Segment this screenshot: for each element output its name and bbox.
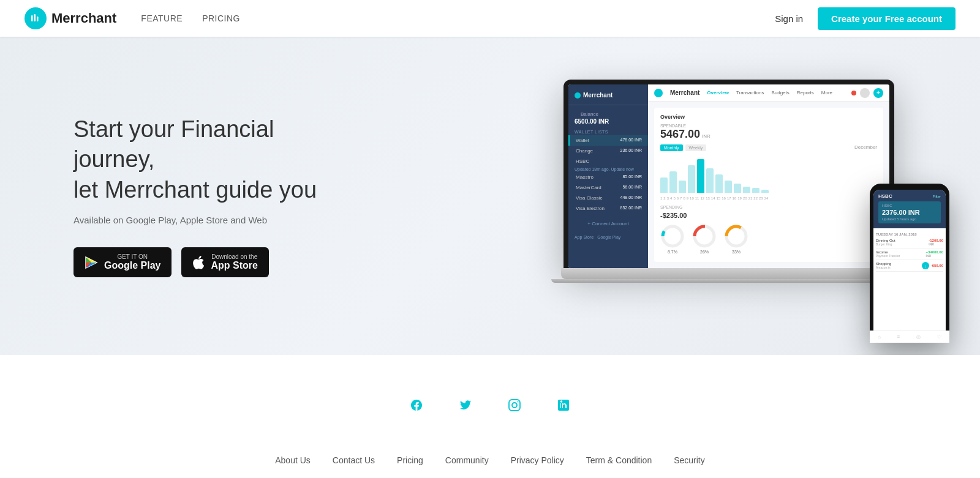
footer-about[interactable]: About Us bbox=[275, 455, 311, 465]
sidebar-visa-electron[interactable]: Visa Electron 852.00 INR bbox=[568, 203, 648, 214]
nav-pricing[interactable]: PRICING bbox=[202, 13, 240, 23]
navbar-links: FEATURE PRICING bbox=[141, 13, 240, 23]
sidebar-mastercard[interactable]: MasterCard 56.00 INR bbox=[568, 182, 648, 193]
bar-11 bbox=[752, 188, 760, 193]
spending-label: SPENDING bbox=[660, 205, 877, 209]
bar-12 bbox=[761, 190, 769, 193]
sidebar-visa-classic[interactable]: Visa Classic 448.00 INR bbox=[568, 193, 648, 203]
phone-header: HSBC Filter HSBC 2376.00 INR Updated 5 h… bbox=[873, 190, 946, 228]
laptop-base-bottom bbox=[551, 279, 907, 283]
linkedin-icon[interactable] bbox=[550, 392, 577, 419]
footer-pricing[interactable]: Pricing bbox=[397, 455, 423, 465]
phone-tx-3: Shopping Amazon.in ↓ -650.00 bbox=[876, 260, 943, 272]
phone-filter[interactable]: Filter bbox=[933, 195, 941, 198]
bar-9 bbox=[734, 184, 741, 193]
phone-day: TUESDAY 16 JAN, 2018 bbox=[876, 231, 943, 237]
footer-security[interactable]: Security bbox=[674, 455, 705, 465]
app-store-text: Download on the App Store bbox=[211, 253, 257, 271]
footer-privacy[interactable]: Privacy Policy bbox=[511, 455, 564, 465]
phone-balance-label: HSBC bbox=[882, 204, 937, 207]
google-play-icon bbox=[85, 256, 98, 269]
app-nav-transactions[interactable]: Transactions bbox=[736, 90, 764, 95]
overview-panel: Overview SPENDABLE 5467.00 INR Monthly W… bbox=[654, 108, 883, 262]
instagram-icon[interactable] bbox=[501, 392, 528, 419]
weekly-tab[interactable]: Weekly bbox=[685, 144, 707, 151]
hero-subtitle: Available on Google Play, Apple Store an… bbox=[74, 215, 331, 225]
store-buttons: GET IT ON Google Play Download on the Ap… bbox=[74, 247, 331, 277]
tx-1-info: Dinning Out Burger King bbox=[876, 239, 895, 246]
footer-contact[interactable]: Contact Us bbox=[333, 455, 375, 465]
phone-balance-card: HSBC 2376.00 INR Updated 5 hours ago bbox=[878, 201, 941, 223]
create-account-button[interactable]: Create your Free account bbox=[818, 7, 956, 30]
laptop-screen: Merrchant Balance 6500.00 INR WALLET LIS… bbox=[568, 84, 889, 268]
app-brand-text: Merrchant bbox=[670, 89, 699, 96]
phone-tx-1: Dinning Out Burger King -1200.00INR bbox=[876, 237, 943, 248]
donut-1: 8.7% bbox=[660, 224, 685, 254]
social-section bbox=[0, 355, 980, 443]
spendable-label: SPENDABLE bbox=[660, 124, 877, 128]
spending-amount: -$235.00 bbox=[660, 212, 877, 219]
donut-charts: 8.7% 26% bbox=[660, 224, 877, 254]
app-nav-budgets[interactable]: Budgets bbox=[771, 90, 789, 95]
phone-balance: 2376.00 INR bbox=[882, 209, 937, 216]
app-nav-more[interactable]: More bbox=[821, 90, 832, 95]
bar-chart bbox=[660, 156, 877, 193]
overview-title: Overview bbox=[660, 114, 877, 120]
facebook-icon[interactable] bbox=[403, 392, 430, 419]
phone-tx-2: Income Payment Transfer +34000.00INR bbox=[876, 248, 943, 260]
sidebar-logo: Merrchant bbox=[575, 92, 612, 99]
footer-community[interactable]: Community bbox=[445, 455, 489, 465]
connect-account[interactable]: + Connect Account bbox=[568, 218, 648, 229]
svg-rect-0 bbox=[31, 15, 33, 21]
spendable-amount: 5467.00 INR bbox=[660, 128, 877, 141]
sidebar-balance-label: Balance bbox=[575, 110, 642, 118]
tx-3-info: Shopping Amazon.in bbox=[876, 262, 891, 269]
balance-label: Balance 6500.00 INR bbox=[568, 108, 648, 126]
app-nav-overview[interactable]: Overview bbox=[707, 90, 729, 95]
sidebar-hsbc[interactable]: HSBC bbox=[568, 156, 648, 166]
month-label: December bbox=[854, 144, 877, 151]
sidebar-header: Merrchant bbox=[568, 89, 648, 105]
bar-1 bbox=[660, 177, 668, 193]
laptop-base bbox=[561, 268, 897, 279]
bar-8 bbox=[725, 181, 732, 193]
social-icons-row bbox=[403, 392, 577, 419]
donut-2: 26% bbox=[692, 224, 717, 254]
google-play-button[interactable]: GET IT ON Google Play bbox=[74, 247, 172, 277]
add-button[interactable]: + bbox=[873, 88, 883, 98]
date-labels: 123456 789101112 131415161718 1920212223… bbox=[660, 196, 877, 200]
sidebar-balance-amount: 6500.00 INR bbox=[575, 118, 642, 125]
app-store-button[interactable]: Download on the App Store bbox=[181, 247, 268, 277]
phone-bottom-nav: ⌂ ≡ ◎ ♡ bbox=[873, 330, 946, 337]
laptop-screen-outer: Merrchant Balance 6500.00 INR WALLET LIS… bbox=[564, 80, 894, 268]
overview-tabs: Monthly Weekly December bbox=[660, 144, 877, 151]
logo-text: Merrchant bbox=[51, 10, 116, 26]
app-main: Merrchant Overview Transactions Budgets … bbox=[648, 84, 889, 268]
svg-point-8 bbox=[663, 226, 682, 246]
sidebar-wallet[interactable]: Wallet 478.00 INR bbox=[568, 135, 648, 146]
svg-point-16 bbox=[518, 401, 519, 403]
nav-feature[interactable]: FEATURE bbox=[141, 13, 183, 23]
bar-10 bbox=[743, 187, 750, 193]
sidebar-change[interactable]: Change 236.00 INR bbox=[568, 146, 648, 156]
bar-2 bbox=[669, 171, 677, 193]
sidebar-maestro[interactable]: Maestro 85.00 INR bbox=[568, 172, 648, 182]
twitter-icon[interactable] bbox=[452, 392, 479, 419]
phone-header-row: HSBC Filter bbox=[878, 193, 941, 199]
app-content: Overview SPENDABLE 5467.00 INR Monthly W… bbox=[648, 102, 889, 268]
tx-2-info: Income Payment Transfer bbox=[876, 250, 900, 258]
user-avatar[interactable] bbox=[860, 88, 870, 98]
hero-section: Start your Financial journey,let Merrcha… bbox=[0, 37, 980, 355]
bar-3 bbox=[679, 181, 686, 193]
signin-link[interactable]: Sign in bbox=[775, 13, 803, 24]
wallet-lists-title: WALLET LISTS bbox=[568, 126, 648, 135]
app-nav-reports[interactable]: Reports bbox=[797, 90, 814, 95]
hero-title: Start your Financial journey,let Merrcha… bbox=[74, 114, 331, 205]
bar-6 bbox=[706, 168, 714, 193]
monthly-tab[interactable]: Monthly bbox=[660, 144, 683, 151]
app-topbar-right: + bbox=[851, 88, 883, 98]
sidebar-bottom-links: App Store Google Play bbox=[568, 233, 648, 242]
app-sidebar: Merrchant Balance 6500.00 INR WALLET LIS… bbox=[568, 84, 648, 268]
footer-terms[interactable]: Term & Condition bbox=[586, 455, 652, 465]
logo[interactable]: Merrchant bbox=[24, 7, 116, 29]
